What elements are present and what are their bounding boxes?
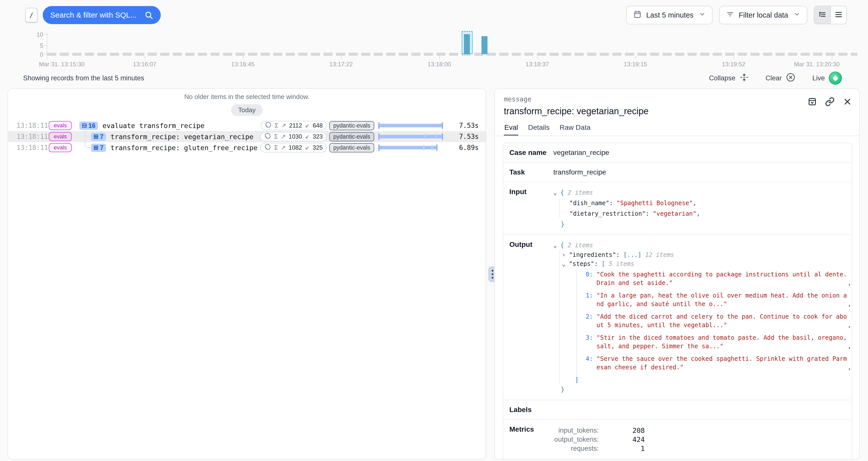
- filter-local-data-dropdown[interactable]: Filter local data: [719, 6, 807, 24]
- json-string-value: "vegetarian": [653, 210, 696, 217]
- collapse-button[interactable]: Collapse: [709, 72, 749, 84]
- comma: ,: [848, 342, 852, 350]
- duration-bar[interactable]: [378, 121, 443, 130]
- tokens-down-value: 323: [313, 133, 323, 140]
- output-label: Output: [509, 241, 553, 394]
- json-entry: "dish_name": "Spaghetti Bolognese",: [569, 199, 846, 207]
- output-json-viewer: ⌄{ 2 items ›"ingredients": [...] 12 item…: [553, 241, 852, 394]
- json-entry: "dietary_restriction": "vegetarian",: [569, 209, 846, 218]
- histogram-bar[interactable]: [464, 34, 470, 54]
- y-axis-tick: 10: [35, 31, 43, 38]
- span-count: 7: [100, 144, 103, 151]
- collapse-icon: [739, 72, 749, 84]
- tokens-up-value: 1030: [288, 133, 302, 140]
- step-item: 3: "Stir in the diced tomatoes and tomat…: [582, 333, 852, 350]
- tab-details[interactable]: Details: [527, 124, 550, 135]
- duration-text: 7.53s: [453, 122, 479, 129]
- archive-panel-icon[interactable]: [807, 97, 817, 106]
- metric-value: 208: [599, 427, 645, 434]
- record-kind-label: message: [504, 95, 852, 103]
- tokens-down-value: 325: [313, 144, 323, 151]
- x-axis-tickmark: [243, 56, 243, 59]
- duration-bar[interactable]: [378, 143, 443, 152]
- chevron-right-icon[interactable]: ›: [562, 251, 569, 259]
- chevron-down-icon[interactable]: ⌄: [553, 188, 560, 197]
- x-axis-tickmark: [734, 56, 734, 59]
- labels-row: Labels: [503, 400, 852, 419]
- clear-button[interactable]: Clear: [766, 72, 796, 84]
- task-value: transform_recipe: [553, 168, 606, 176]
- trace-row-selected[interactable]: 13:18:11 evals ⊞ 7 transform_recipe: veg…: [8, 131, 486, 142]
- span-name: evaluate transform_recipe: [102, 122, 205, 129]
- comma: ,: [848, 321, 852, 330]
- x-axis-tick: 13:19:15: [624, 61, 647, 68]
- metric-name: requests:: [553, 445, 599, 453]
- service-tag[interactable]: pydantic-evals: [329, 143, 374, 152]
- live-toggle[interactable]: Live: [812, 71, 842, 85]
- evals-tag[interactable]: evals: [49, 132, 71, 141]
- close-brace: }: [561, 386, 564, 393]
- copy-link-icon[interactable]: [825, 97, 835, 106]
- collapsed-array-preview[interactable]: [...]: [623, 251, 642, 258]
- search-button[interactable]: Search & filter with SQL...: [43, 6, 161, 24]
- expand-box-icon: ⊞: [93, 133, 98, 140]
- y-axis-tick: 0: [35, 51, 43, 58]
- list-view-toggle[interactable]: [830, 6, 846, 24]
- evals-tag[interactable]: evals: [49, 121, 71, 130]
- chart-plot-area[interactable]: Mar 31. 13:15:30 13:16:07 13:16:45 13:17…: [47, 30, 832, 67]
- status-bar: Showing records from the last 5 minutes …: [23, 71, 842, 85]
- today-pill[interactable]: Today: [231, 104, 262, 116]
- labels-label: Labels: [509, 406, 553, 414]
- tree-view-toggle[interactable]: [814, 6, 830, 24]
- output-row: Output ⌄{ 2 items ›"ingredients": [...] …: [503, 235, 852, 400]
- tokens-up-icon: ↗: [281, 122, 286, 129]
- evals-tag[interactable]: evals: [49, 143, 71, 152]
- service-tag[interactable]: pydantic-evals: [329, 121, 374, 130]
- coin-icon: [264, 143, 271, 152]
- tokens-up-icon: ↗: [281, 133, 285, 140]
- tab-raw-data[interactable]: Raw Data: [559, 124, 591, 135]
- open-bracket: [: [601, 260, 605, 268]
- items-count: 2 items: [568, 189, 593, 196]
- time-range-dropdown[interactable]: Last 5 minutes: [626, 6, 713, 24]
- tab-eval[interactable]: Eval: [504, 124, 518, 135]
- array-index: 3:: [582, 333, 593, 342]
- chevron-down-icon[interactable]: ⌄: [562, 259, 569, 268]
- service-tag[interactable]: pydantic-evals: [329, 132, 374, 141]
- trace-timeline-chart[interactable]: 10 5 0 Mar 31. 13:15:30 13:16:07 13:16:4…: [35, 30, 857, 70]
- duration-bar[interactable]: [378, 132, 443, 141]
- task-row: Task transform_recipe: [503, 162, 852, 182]
- live-indicator-icon[interactable]: [829, 71, 842, 85]
- tokens-up-value: 1082: [288, 144, 302, 151]
- x-axis-tickmark: [439, 56, 440, 59]
- y-axis-tickmark: [44, 45, 47, 46]
- empty-bucket-dashes: [47, 53, 858, 56]
- coin-icon: [265, 121, 272, 130]
- chevron-down-icon: [699, 11, 706, 19]
- search-button-label: Search & filter with SQL...: [50, 11, 136, 19]
- span-count-badge[interactable]: ⊞ 7: [91, 132, 106, 141]
- x-axis-tick: 13:16:07: [133, 61, 156, 68]
- items-count: 12 items: [645, 251, 674, 258]
- items-count: 5 items: [609, 260, 634, 268]
- comma: ,: [848, 363, 852, 372]
- span-count: 7: [100, 133, 103, 141]
- span-count-badge[interactable]: ⊞ 7: [91, 144, 106, 152]
- tokens-down-icon: ↙: [305, 133, 309, 140]
- trace-row[interactable]: 13:18:11 evals ⊟ 16 evaluate transform_r…: [8, 120, 486, 131]
- json-string-value: "Stir in the diced tomatoes and tomato p…: [596, 333, 848, 350]
- x-axis-tick: Mar 31. 13:15:30: [39, 61, 84, 68]
- token-metrics-pill: Σ ↗ 1082 ↙ 325: [260, 143, 327, 152]
- metrics-label: Metrics: [509, 425, 553, 454]
- span-name: transform_recipe: gluten_free_recipe: [111, 144, 257, 152]
- coin-icon: [264, 132, 271, 141]
- json-key: "ingredients":: [569, 251, 620, 258]
- close-icon[interactable]: [843, 97, 852, 106]
- top-bar: / Search & filter with SQL... Last: [25, 5, 847, 25]
- chevron-down-icon[interactable]: ⌄: [553, 241, 560, 250]
- histogram-bar[interactable]: [482, 36, 488, 54]
- trace-row[interactable]: 13:18:11 evals ⊞ 7 transform_recipe: glu…: [8, 142, 486, 153]
- case-name-value: vegetarian_recipe: [553, 149, 609, 157]
- sigma-icon: Σ: [275, 122, 279, 129]
- step-item: 4: "Serve the sauce over the cooked spag…: [582, 355, 852, 372]
